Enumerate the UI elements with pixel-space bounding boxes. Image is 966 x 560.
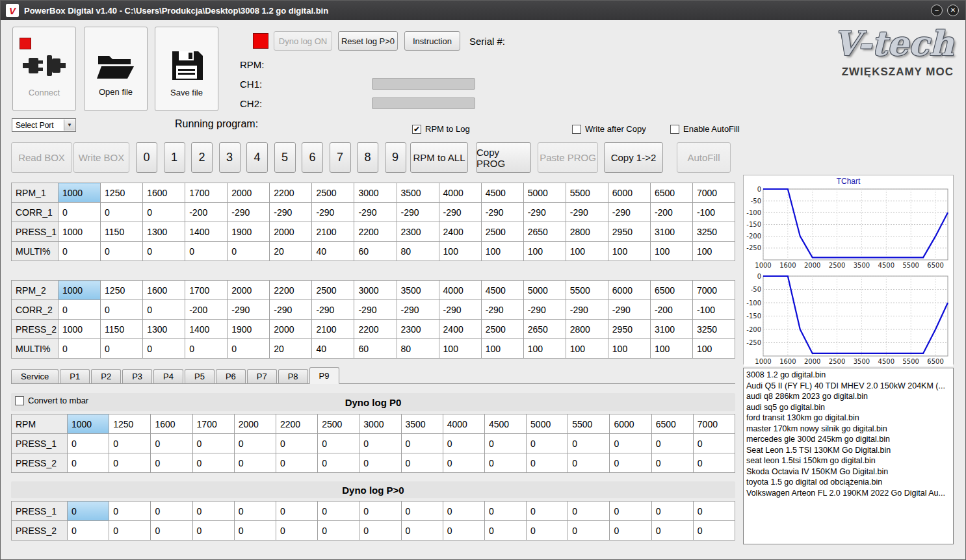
close-button[interactable]: ✕ [947,5,959,16]
cell[interactable]: -290 [566,300,608,320]
cell[interactable]: 0 [192,502,234,521]
tab-p6[interactable]: P6 [216,369,246,383]
cell[interactable]: 2500 [481,320,523,339]
cell[interactable]: 1000 [68,414,109,434]
cell[interactable]: 0 [443,521,484,541]
cell[interactable]: 0 [276,502,317,521]
tab-p2[interactable]: P2 [91,369,121,383]
cell[interactable]: 0 [568,453,610,473]
cell[interactable]: -290 [481,203,523,222]
cell[interactable]: 20 [270,339,312,359]
cell[interactable]: 2500 [481,222,523,242]
cell[interactable]: 100 [608,339,650,359]
cell[interactable]: 100 [439,242,481,261]
cell[interactable]: 1000 [59,320,101,339]
cell[interactable]: 0 [527,453,568,473]
file-list[interactable]: 3008 1.2 go digital.binAudi Q5 II (FY FL… [743,368,954,544]
cell[interactable]: 0 [610,434,651,453]
open-file-button[interactable]: Open file [84,27,148,111]
cell[interactable]: 2200 [270,183,312,203]
cell[interactable]: 0 [484,502,526,521]
cell[interactable]: 7000 [692,281,735,300]
file-list-item[interactable]: toyota 1.5 go digital od obciążenia.bin [746,477,950,488]
digit-0-button[interactable]: 0 [136,142,157,173]
cell[interactable]: -290 [439,203,481,222]
minimize-button[interactable]: – [931,5,943,16]
cell[interactable]: 0 [276,521,317,541]
cell[interactable]: 6000 [608,183,650,203]
cell[interactable]: 0 [151,453,192,473]
cell[interactable]: 0 [59,339,101,359]
cell[interactable]: 0 [484,453,526,473]
select-port-dropdown[interactable]: Select Port ▼ [12,118,76,132]
cell[interactable]: 2950 [608,222,650,242]
cell[interactable]: 7000 [693,414,735,434]
cell[interactable]: -200 [650,203,692,222]
cell[interactable]: 1600 [143,281,185,300]
cell[interactable]: 0 [109,453,151,473]
cell[interactable]: 0 [568,521,610,541]
cell[interactable]: 5500 [566,281,608,300]
cell[interactable]: 0 [234,434,276,453]
cell[interactable]: -290 [270,300,312,320]
cell[interactable]: 2800 [566,320,608,339]
cell[interactable]: 3500 [401,414,443,434]
cell[interactable]: 0 [101,203,143,222]
cell[interactable]: 0 [192,434,234,453]
cell[interactable]: 1400 [185,222,228,242]
convert-to-mbar-checkbox[interactable]: Convert to mbar [15,396,88,405]
cell[interactable]: 0 [318,434,359,453]
cell[interactable]: 0 [359,521,401,541]
cell[interactable]: 0 [101,300,143,320]
file-list-item[interactable]: Volkswagen Arteon FL 2.0 190KM 2022 Go D… [746,488,950,499]
tab-p5[interactable]: P5 [185,369,215,383]
cell[interactable]: 0 [109,521,151,541]
cell[interactable]: 0 [568,434,610,453]
cell[interactable]: 0 [276,434,317,453]
cell[interactable]: 2400 [439,222,481,242]
cell[interactable]: 0 [651,453,693,473]
file-list-item[interactable]: Skoda Octavia IV 150KM Go Digital.bin [746,466,950,477]
cell[interactable]: 1600 [151,414,192,434]
cell[interactable]: 0 [318,521,359,541]
cell[interactable]: 2100 [312,222,354,242]
cell[interactable]: 1300 [143,222,185,242]
cell[interactable]: 2500 [318,414,359,434]
cell[interactable]: 2100 [312,320,354,339]
cell[interactable]: 0 [143,242,185,261]
cell[interactable]: 0 [143,300,185,320]
tab-p1[interactable]: P1 [60,369,90,383]
cell[interactable]: 4500 [484,414,526,434]
cell[interactable]: -290 [354,203,397,222]
cell[interactable]: 1150 [101,320,143,339]
cell[interactable]: 1000 [59,222,101,242]
cell[interactable]: -290 [608,203,650,222]
cell[interactable]: -200 [185,300,228,320]
cell[interactable]: -290 [228,300,270,320]
cell[interactable]: -100 [692,300,735,320]
cell[interactable]: 3250 [692,222,735,242]
cell[interactable]: 0 [443,502,484,521]
cell[interactable]: 0 [568,502,610,521]
cell[interactable]: 0 [484,434,526,453]
cell[interactable]: 0 [109,502,151,521]
cell[interactable]: -290 [397,203,439,222]
cell[interactable]: 80 [397,242,439,261]
cell[interactable]: 2300 [397,222,439,242]
cell[interactable]: 0 [192,453,234,473]
cell[interactable]: 0 [185,339,228,359]
cell[interactable]: 0 [234,502,276,521]
cell[interactable]: 100 [566,242,608,261]
cell[interactable]: 0 [59,203,101,222]
file-list-item[interactable]: master 170km nowy silnik go digital.bin [746,424,950,435]
cell[interactable]: 100 [650,242,692,261]
cell[interactable]: 0 [610,502,651,521]
cell[interactable]: 5500 [568,414,610,434]
cell[interactable]: 6500 [650,281,692,300]
digit-3-button[interactable]: 3 [219,142,241,173]
cell[interactable]: 6500 [651,414,693,434]
cell[interactable]: 4000 [439,183,481,203]
cell[interactable]: 0 [651,502,693,521]
cell[interactable]: 0 [151,521,192,541]
cell[interactable]: 5500 [566,183,608,203]
